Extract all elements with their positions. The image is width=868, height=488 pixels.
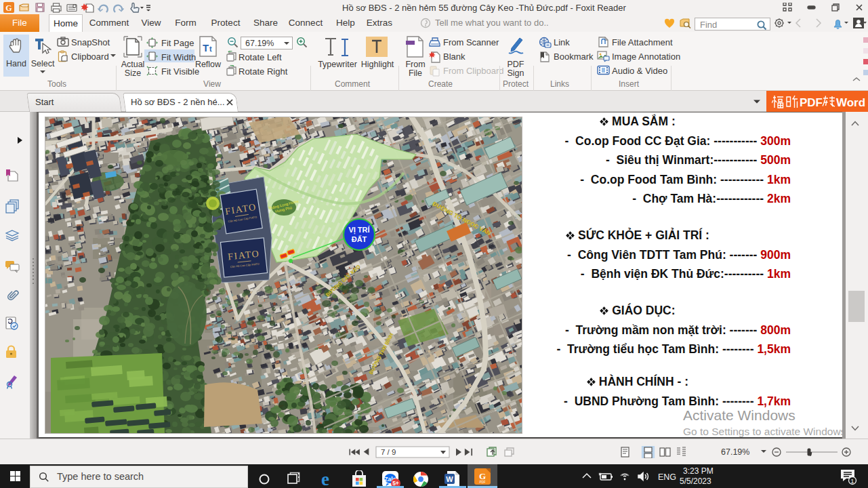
svg-text:e: e	[321, 470, 329, 488]
svg-text:G: G	[5, 3, 12, 13]
svg-text:ENG: ENG	[658, 472, 676, 482]
svg-text:PDF: PDF	[480, 481, 486, 484]
svg-text:7 / 9: 7 / 9	[381, 448, 396, 456]
svg-text:T: T	[203, 42, 209, 54]
svg-text:ĐẤT: ĐẤT	[352, 235, 367, 243]
svg-text:t: t	[209, 45, 212, 53]
svg-text:PDF: PDF	[800, 96, 823, 109]
svg-text:Word: Word	[836, 96, 865, 109]
svg-text:VỊ TRÍ: VỊ TRÍ	[348, 226, 370, 235]
svg-text:1: 1	[850, 477, 854, 485]
svg-text:W: W	[446, 475, 453, 483]
